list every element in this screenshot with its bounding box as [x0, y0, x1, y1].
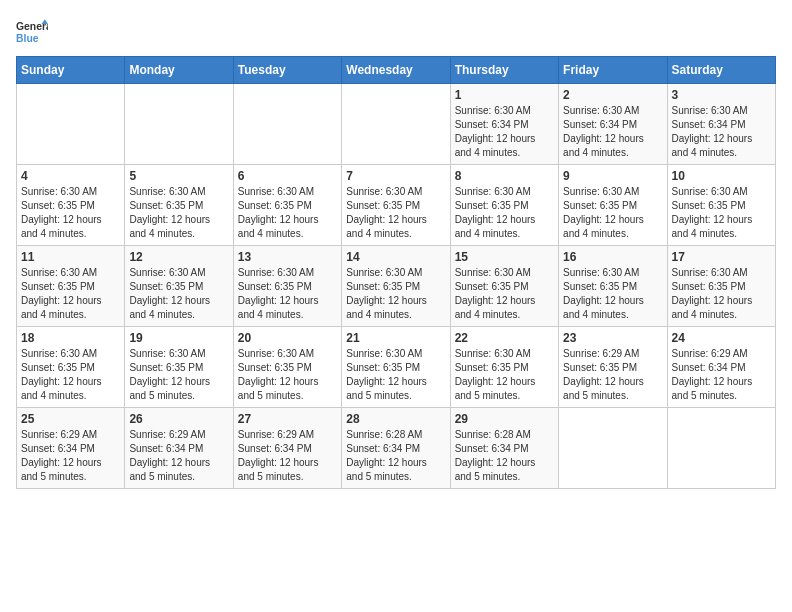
- calendar-cell: 11Sunrise: 6:30 AM Sunset: 6:35 PM Dayli…: [17, 246, 125, 327]
- day-number: 8: [455, 169, 554, 183]
- day-number: 19: [129, 331, 228, 345]
- calendar-week-row: 1Sunrise: 6:30 AM Sunset: 6:34 PM Daylig…: [17, 84, 776, 165]
- day-number: 29: [455, 412, 554, 426]
- day-info: Sunrise: 6:30 AM Sunset: 6:34 PM Dayligh…: [672, 104, 771, 160]
- weekday-header-thursday: Thursday: [450, 57, 558, 84]
- day-number: 28: [346, 412, 445, 426]
- day-info: Sunrise: 6:30 AM Sunset: 6:35 PM Dayligh…: [672, 185, 771, 241]
- day-info: Sunrise: 6:30 AM Sunset: 6:35 PM Dayligh…: [238, 266, 337, 322]
- day-info: Sunrise: 6:28 AM Sunset: 6:34 PM Dayligh…: [455, 428, 554, 484]
- day-info: Sunrise: 6:29 AM Sunset: 6:34 PM Dayligh…: [672, 347, 771, 403]
- day-info: Sunrise: 6:30 AM Sunset: 6:35 PM Dayligh…: [129, 185, 228, 241]
- calendar-week-row: 11Sunrise: 6:30 AM Sunset: 6:35 PM Dayli…: [17, 246, 776, 327]
- calendar-cell: 22Sunrise: 6:30 AM Sunset: 6:35 PM Dayli…: [450, 327, 558, 408]
- day-info: Sunrise: 6:29 AM Sunset: 6:34 PM Dayligh…: [21, 428, 120, 484]
- calendar-cell: 13Sunrise: 6:30 AM Sunset: 6:35 PM Dayli…: [233, 246, 341, 327]
- svg-text:Blue: Blue: [16, 33, 39, 44]
- calendar-week-row: 18Sunrise: 6:30 AM Sunset: 6:35 PM Dayli…: [17, 327, 776, 408]
- calendar-cell: 14Sunrise: 6:30 AM Sunset: 6:35 PM Dayli…: [342, 246, 450, 327]
- day-number: 26: [129, 412, 228, 426]
- day-info: Sunrise: 6:30 AM Sunset: 6:34 PM Dayligh…: [563, 104, 662, 160]
- day-info: Sunrise: 6:29 AM Sunset: 6:35 PM Dayligh…: [563, 347, 662, 403]
- day-number: 9: [563, 169, 662, 183]
- day-info: Sunrise: 6:29 AM Sunset: 6:34 PM Dayligh…: [129, 428, 228, 484]
- day-info: Sunrise: 6:29 AM Sunset: 6:34 PM Dayligh…: [238, 428, 337, 484]
- calendar-cell: 18Sunrise: 6:30 AM Sunset: 6:35 PM Dayli…: [17, 327, 125, 408]
- calendar-cell: 12Sunrise: 6:30 AM Sunset: 6:35 PM Dayli…: [125, 246, 233, 327]
- day-info: Sunrise: 6:30 AM Sunset: 6:35 PM Dayligh…: [129, 347, 228, 403]
- calendar-cell: 9Sunrise: 6:30 AM Sunset: 6:35 PM Daylig…: [559, 165, 667, 246]
- calendar-cell: 7Sunrise: 6:30 AM Sunset: 6:35 PM Daylig…: [342, 165, 450, 246]
- weekday-header-wednesday: Wednesday: [342, 57, 450, 84]
- day-info: Sunrise: 6:30 AM Sunset: 6:35 PM Dayligh…: [346, 266, 445, 322]
- calendar-cell: 27Sunrise: 6:29 AM Sunset: 6:34 PM Dayli…: [233, 408, 341, 489]
- calendar-cell: 19Sunrise: 6:30 AM Sunset: 6:35 PM Dayli…: [125, 327, 233, 408]
- day-info: Sunrise: 6:30 AM Sunset: 6:35 PM Dayligh…: [238, 347, 337, 403]
- logo: General Blue: [16, 16, 48, 48]
- day-info: Sunrise: 6:30 AM Sunset: 6:35 PM Dayligh…: [346, 347, 445, 403]
- header: General Blue: [16, 16, 776, 48]
- day-number: 4: [21, 169, 120, 183]
- day-info: Sunrise: 6:30 AM Sunset: 6:35 PM Dayligh…: [563, 266, 662, 322]
- calendar-week-row: 25Sunrise: 6:29 AM Sunset: 6:34 PM Dayli…: [17, 408, 776, 489]
- day-number: 7: [346, 169, 445, 183]
- day-number: 2: [563, 88, 662, 102]
- day-info: Sunrise: 6:30 AM Sunset: 6:35 PM Dayligh…: [455, 266, 554, 322]
- calendar-cell: 25Sunrise: 6:29 AM Sunset: 6:34 PM Dayli…: [17, 408, 125, 489]
- calendar-cell: 16Sunrise: 6:30 AM Sunset: 6:35 PM Dayli…: [559, 246, 667, 327]
- calendar-cell: 28Sunrise: 6:28 AM Sunset: 6:34 PM Dayli…: [342, 408, 450, 489]
- day-number: 3: [672, 88, 771, 102]
- calendar-cell: [17, 84, 125, 165]
- calendar-cell: 5Sunrise: 6:30 AM Sunset: 6:35 PM Daylig…: [125, 165, 233, 246]
- day-info: Sunrise: 6:30 AM Sunset: 6:35 PM Dayligh…: [455, 347, 554, 403]
- day-info: Sunrise: 6:30 AM Sunset: 6:35 PM Dayligh…: [672, 266, 771, 322]
- weekday-header-monday: Monday: [125, 57, 233, 84]
- weekday-header-saturday: Saturday: [667, 57, 775, 84]
- day-number: 10: [672, 169, 771, 183]
- day-info: Sunrise: 6:30 AM Sunset: 6:34 PM Dayligh…: [455, 104, 554, 160]
- calendar-cell: 17Sunrise: 6:30 AM Sunset: 6:35 PM Dayli…: [667, 246, 775, 327]
- calendar-week-row: 4Sunrise: 6:30 AM Sunset: 6:35 PM Daylig…: [17, 165, 776, 246]
- calendar-cell: 2Sunrise: 6:30 AM Sunset: 6:34 PM Daylig…: [559, 84, 667, 165]
- day-info: Sunrise: 6:30 AM Sunset: 6:35 PM Dayligh…: [21, 266, 120, 322]
- day-number: 1: [455, 88, 554, 102]
- calendar-cell: 20Sunrise: 6:30 AM Sunset: 6:35 PM Dayli…: [233, 327, 341, 408]
- calendar-cell: 3Sunrise: 6:30 AM Sunset: 6:34 PM Daylig…: [667, 84, 775, 165]
- day-info: Sunrise: 6:30 AM Sunset: 6:35 PM Dayligh…: [346, 185, 445, 241]
- day-info: Sunrise: 6:30 AM Sunset: 6:35 PM Dayligh…: [21, 185, 120, 241]
- day-number: 6: [238, 169, 337, 183]
- day-info: Sunrise: 6:28 AM Sunset: 6:34 PM Dayligh…: [346, 428, 445, 484]
- day-number: 16: [563, 250, 662, 264]
- day-info: Sunrise: 6:30 AM Sunset: 6:35 PM Dayligh…: [563, 185, 662, 241]
- weekday-header-friday: Friday: [559, 57, 667, 84]
- day-info: Sunrise: 6:30 AM Sunset: 6:35 PM Dayligh…: [129, 266, 228, 322]
- calendar-cell: [559, 408, 667, 489]
- calendar-cell: 15Sunrise: 6:30 AM Sunset: 6:35 PM Dayli…: [450, 246, 558, 327]
- calendar-cell: 4Sunrise: 6:30 AM Sunset: 6:35 PM Daylig…: [17, 165, 125, 246]
- calendar-cell: [125, 84, 233, 165]
- calendar-cell: 26Sunrise: 6:29 AM Sunset: 6:34 PM Dayli…: [125, 408, 233, 489]
- day-number: 25: [21, 412, 120, 426]
- day-info: Sunrise: 6:30 AM Sunset: 6:35 PM Dayligh…: [455, 185, 554, 241]
- day-number: 15: [455, 250, 554, 264]
- day-number: 18: [21, 331, 120, 345]
- day-info: Sunrise: 6:30 AM Sunset: 6:35 PM Dayligh…: [21, 347, 120, 403]
- day-number: 21: [346, 331, 445, 345]
- day-number: 5: [129, 169, 228, 183]
- day-number: 24: [672, 331, 771, 345]
- day-number: 22: [455, 331, 554, 345]
- day-number: 13: [238, 250, 337, 264]
- day-number: 17: [672, 250, 771, 264]
- calendar-cell: 10Sunrise: 6:30 AM Sunset: 6:35 PM Dayli…: [667, 165, 775, 246]
- calendar-cell: 21Sunrise: 6:30 AM Sunset: 6:35 PM Dayli…: [342, 327, 450, 408]
- day-info: Sunrise: 6:30 AM Sunset: 6:35 PM Dayligh…: [238, 185, 337, 241]
- day-number: 20: [238, 331, 337, 345]
- calendar-cell: 29Sunrise: 6:28 AM Sunset: 6:34 PM Dayli…: [450, 408, 558, 489]
- calendar-cell: 1Sunrise: 6:30 AM Sunset: 6:34 PM Daylig…: [450, 84, 558, 165]
- calendar-cell: 24Sunrise: 6:29 AM Sunset: 6:34 PM Dayli…: [667, 327, 775, 408]
- calendar-cell: [342, 84, 450, 165]
- calendar-cell: [667, 408, 775, 489]
- day-number: 14: [346, 250, 445, 264]
- weekday-header-tuesday: Tuesday: [233, 57, 341, 84]
- calendar-cell: 23Sunrise: 6:29 AM Sunset: 6:35 PM Dayli…: [559, 327, 667, 408]
